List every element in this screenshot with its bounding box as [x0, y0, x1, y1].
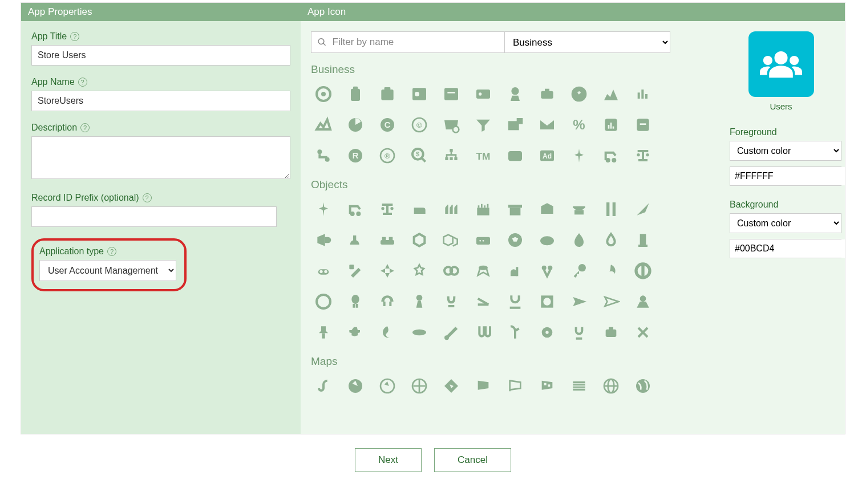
icon-choice[interactable]: % — [566, 112, 592, 137]
icon-choice[interactable] — [375, 320, 400, 345]
icon-choice[interactable] — [566, 258, 592, 283]
icon-choice[interactable] — [503, 82, 528, 107]
icon-choice[interactable] — [598, 197, 624, 222]
icon-choice[interactable] — [407, 197, 432, 222]
icon-choice[interactable] — [630, 82, 655, 107]
icon-choice[interactable] — [343, 320, 368, 345]
icon-choice[interactable] — [566, 373, 592, 399]
icon-choice[interactable] — [343, 197, 368, 222]
icon-choice[interactable] — [503, 227, 528, 253]
icon-choice[interactable] — [311, 258, 336, 283]
icon-choice[interactable] — [375, 373, 400, 399]
icon-choice[interactable] — [598, 320, 624, 345]
help-icon[interactable]: ? — [80, 123, 90, 132]
cancel-button[interactable]: Cancel — [434, 448, 511, 472]
icon-choice[interactable] — [311, 289, 336, 314]
icon-choice[interactable] — [375, 258, 400, 283]
icon-choice[interactable] — [471, 82, 496, 107]
icon-choice[interactable] — [407, 289, 432, 314]
icon-choice[interactable] — [375, 227, 400, 253]
icon-choice[interactable] — [343, 373, 368, 399]
icon-choice[interactable]: TM — [471, 143, 496, 168]
icon-choice[interactable] — [311, 197, 336, 222]
icon-choice[interactable] — [535, 82, 560, 107]
icon-choice[interactable]: $ — [407, 143, 432, 168]
icon-choice[interactable] — [407, 320, 432, 345]
icon-choice[interactable] — [407, 227, 432, 253]
application-type-select[interactable]: User Account Management — [39, 260, 176, 281]
icon-choice[interactable] — [630, 258, 655, 283]
icon-choice[interactable] — [343, 289, 368, 314]
icon-choice[interactable] — [439, 82, 464, 107]
icon-choice[interactable] — [566, 227, 592, 253]
icon-choice[interactable] — [535, 320, 560, 345]
icon-choice[interactable] — [535, 373, 560, 399]
record-id-input[interactable] — [31, 206, 277, 227]
icon-choice[interactable] — [407, 82, 432, 107]
icon-choice[interactable] — [439, 320, 464, 345]
icon-choice[interactable] — [535, 289, 560, 314]
icon-choice[interactable] — [630, 197, 655, 222]
icon-choice[interactable] — [311, 82, 336, 107]
icon-choice[interactable] — [598, 143, 624, 168]
icon-choice[interactable] — [630, 320, 655, 345]
icon-choice[interactable]: R — [343, 143, 368, 168]
icon-choice[interactable] — [311, 143, 336, 168]
icon-choice[interactable] — [375, 82, 400, 107]
icon-choice[interactable] — [503, 112, 528, 137]
icon-choice[interactable] — [343, 82, 368, 107]
app-title-input[interactable] — [31, 45, 290, 66]
icon-choice[interactable] — [535, 112, 560, 137]
icon-choice[interactable] — [566, 143, 592, 168]
icon-choice[interactable] — [311, 112, 336, 137]
icon-choice[interactable] — [503, 289, 528, 314]
icon-choice[interactable] — [598, 227, 624, 253]
icon-choice[interactable] — [311, 227, 336, 253]
icon-choice[interactable] — [375, 289, 400, 314]
icon-choice[interactable] — [535, 197, 560, 222]
help-icon[interactable]: ? — [107, 247, 116, 256]
background-select[interactable]: Custom color — [730, 213, 841, 233]
icon-choice[interactable] — [598, 258, 624, 283]
background-hex-input[interactable] — [730, 239, 845, 258]
foreground-select[interactable]: Custom color — [730, 141, 841, 161]
icon-choice[interactable] — [439, 258, 464, 283]
icon-choice[interactable] — [439, 289, 464, 314]
icon-choice[interactable]: Ad — [535, 143, 560, 168]
icon-choice[interactable] — [375, 197, 400, 222]
icon-choice[interactable] — [630, 227, 655, 253]
app-name-input[interactable] — [31, 91, 290, 111]
icon-choice[interactable] — [630, 143, 655, 168]
icon-choice[interactable] — [471, 227, 496, 253]
icon-choice[interactable] — [311, 373, 336, 399]
icon-choice[interactable] — [598, 373, 624, 399]
icon-choice[interactable] — [439, 112, 464, 137]
icon-choice[interactable]: * — [566, 82, 592, 107]
icon-choice[interactable] — [630, 112, 655, 137]
icon-choice[interactable] — [471, 373, 496, 399]
icon-choice[interactable] — [407, 258, 432, 283]
icon-choice[interactable] — [471, 289, 496, 314]
help-icon[interactable]: ? — [143, 193, 152, 202]
icon-choice[interactable] — [343, 112, 368, 137]
icon-choice[interactable] — [535, 258, 560, 283]
next-button[interactable]: Next — [355, 448, 422, 472]
icon-choice[interactable] — [343, 258, 368, 283]
icon-choice[interactable] — [598, 289, 624, 314]
icon-choice[interactable] — [439, 143, 464, 168]
icon-choice[interactable] — [311, 320, 336, 345]
icon-choice[interactable] — [598, 82, 624, 107]
icon-choice[interactable] — [630, 289, 655, 314]
icon-choice[interactable] — [503, 320, 528, 345]
icon-choice[interactable] — [471, 258, 496, 283]
icon-category-select[interactable]: Business — [504, 32, 670, 52]
help-icon[interactable]: ? — [78, 78, 87, 87]
icon-choice[interactable] — [343, 227, 368, 253]
icon-choice[interactable] — [630, 373, 655, 399]
icon-choice[interactable] — [439, 197, 464, 222]
icon-choice[interactable] — [407, 373, 432, 399]
help-icon[interactable]: ? — [70, 32, 79, 41]
icon-choice[interactable] — [471, 320, 496, 345]
icon-choice[interactable] — [503, 143, 528, 168]
icon-choice[interactable] — [439, 373, 464, 399]
